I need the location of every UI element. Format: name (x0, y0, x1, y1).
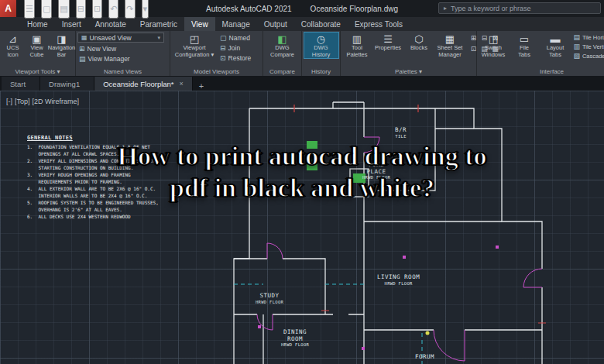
panel-model-viewports: ◰ Viewport Configuration ▾ ▢ Named ⊟ Joi… (170, 31, 263, 76)
autocad-window: A ☰▢▤⊟⊡↶↷▾ Autodesk AutoCAD 2021 Oceansi… (0, 0, 604, 364)
dwg-history-icon: ◷ (317, 33, 325, 45)
ribbon-button[interactable]: ◨ Navigation Bar (50, 33, 74, 58)
ribbon-tab[interactable]: Insert (55, 17, 88, 31)
view-cube-icon: ▣ (32, 33, 41, 45)
file-tab[interactable]: Drawing1 (40, 77, 94, 91)
file-tab-bar: Start Drawing1 Oceanside Floorplan* × + (0, 76, 604, 91)
window-title: Autodesk AutoCAD 2021 Oceanside Floorpla… (206, 0, 398, 17)
ribbon-tab[interactable]: Output (257, 17, 294, 31)
room-label: FORUM (415, 354, 434, 361)
ribbon-button[interactable]: ☰ Properties (373, 33, 403, 52)
save-icon[interactable]: ⊟ (76, 0, 86, 19)
ribbon-button[interactable]: ▤ View Manager (77, 53, 132, 64)
ribbon-button[interactable]: ▧ Cascade (571, 51, 604, 60)
view-dropdown[interactable]: ▦ Unsaved View ▾ (77, 33, 164, 43)
ribbon-button[interactable]: ⊞ New View (77, 43, 132, 53)
panel-label-named-views[interactable]: Named Views (77, 67, 168, 76)
ribbon-button[interactable]: ▣ View Cube (26, 33, 48, 58)
titlebar: A ☰▢▤⊟⊡↶↷▾ Autodesk AutoCAD 2021 Oceansi… (0, 0, 604, 17)
layout-tabs-icon: ▬ (551, 33, 561, 45)
panel-label-history[interactable]: History (304, 67, 338, 76)
panel-label-interface[interactable]: Interface (479, 67, 604, 76)
viewport-control[interactable]: [-] (6, 98, 12, 105)
named-viewports-icon: ▢ (220, 34, 227, 42)
join-viewports-icon: ⊟ (220, 44, 226, 52)
navigation-bar-icon: ◨ (57, 33, 66, 45)
ribbon-tab[interactable]: Express Tools (348, 17, 410, 31)
chevron-down-icon: ▾ (157, 35, 160, 41)
plot-icon[interactable]: ⊡ (92, 0, 102, 19)
qat-dropdown-icon[interactable]: ▾ (142, 0, 149, 19)
panel-palettes: ▥ Tool Palettes ☰ Properties ⬡ Blocks ▦ … (341, 31, 477, 76)
viewport-control[interactable]: [2D Wireframe] (33, 98, 80, 105)
app-menu-icon[interactable]: ☰ (24, 0, 35, 19)
drawing-canvas[interactable]: [-][Top][2D Wireframe] GENERAL NOTES 1. … (0, 91, 604, 364)
ribbon-button[interactable]: ⊿ UCS Icon (2, 33, 24, 58)
dwg-compare-icon: ◧ (277, 33, 287, 45)
ribbon-button[interactable]: ▭ File Tabs (510, 33, 539, 58)
sheet-set-manager-icon: ▦ (445, 33, 455, 45)
new-file-icon[interactable]: ▢ (41, 0, 52, 19)
properties-icon: ☰ (383, 33, 393, 45)
viewport-control[interactable]: [Top] (15, 98, 30, 105)
viewport-configuration-button[interactable]: ◰ Viewport Configuration ▾ (172, 33, 217, 58)
panel-label-compare[interactable]: Compare (265, 67, 300, 76)
ribbon-button[interactable]: ⊟ Join (218, 43, 252, 53)
redo-icon[interactable]: ↷ (125, 0, 135, 19)
ribbon-tab[interactable]: Manage (215, 17, 257, 31)
panel-history: ◷ DWG History History (302, 31, 341, 76)
ribbon-button[interactable]: ▤ Tile Horizontally (571, 33, 604, 42)
ribbon-tab[interactable]: Parametric (133, 17, 184, 31)
ribbon-tab-bar: HomeInsertAnnotateParametricViewManageOu… (0, 17, 604, 31)
room-label: STUDY HRWD FLOOR (256, 293, 283, 305)
panel-label-viewport-tools[interactable]: Viewport Tools ▾ (2, 67, 74, 76)
panel-named-views: ▦ Unsaved View ▾ ⊞ New View ▤ View Manag… (76, 31, 170, 76)
ribbon-tab[interactable]: Annotate (88, 17, 133, 31)
panel-viewport-tools: ⊿ UCS Icon ▣ View Cube ◨ Navigation Bar … (0, 31, 76, 76)
ribbon-button[interactable]: ▥ Tile Vertically (571, 42, 604, 51)
file-tab[interactable]: Oceanside Floorplan* × (94, 77, 193, 91)
switch-windows-icon: ◫ (489, 33, 498, 45)
ribbon-button[interactable]: ◫ Switch Windows (479, 33, 508, 58)
ribbon-tab[interactable]: Home (20, 17, 55, 31)
search-placeholder: Type a keyword or phrase (451, 5, 531, 12)
room-label: DINING ROOM HRWD FLOOR (281, 329, 309, 348)
dwg-compare-button[interactable]: ◧ DWG Compare (266, 33, 300, 58)
tile-vertically-icon: ▥ (573, 43, 580, 50)
close-icon[interactable]: × (180, 80, 184, 88)
viewport-configuration-icon: ◰ (190, 33, 199, 45)
panel-interface: ◫ Switch Windows ▭ File Tabs ▬ Layout Ta… (477, 31, 604, 76)
view-filter-icon: ▦ (81, 34, 88, 41)
search-expand-icon[interactable]: ▸ (444, 5, 447, 12)
view-dropdown-value: Unsaved View (90, 34, 132, 42)
tool-palettes-icon: ▥ (352, 33, 362, 45)
ribbon-button[interactable]: ▥ Tool Palettes (342, 33, 372, 58)
file-tab[interactable]: Start (2, 77, 40, 91)
ribbon-button[interactable]: ▦ Sheet Set Manager (435, 33, 465, 58)
quick-access-toolbar: ☰▢▤⊟⊡↶↷▾ (24, 0, 149, 19)
tile-horizontally-icon: ▤ (573, 33, 580, 41)
ribbon-tab[interactable]: View (184, 17, 215, 31)
ribbon-button[interactable]: ▬ Layout Tabs (541, 33, 570, 58)
ribbon-button[interactable]: ⊡ Restore (218, 53, 252, 63)
new-drawing-tab-button[interactable]: + (193, 81, 210, 91)
app-title: Autodesk AutoCAD 2021 (206, 5, 292, 13)
document-title: Oceanside Floorplan.dwg (311, 5, 398, 13)
overlay-question: How to print autocad drawing to pdf in b… (0, 140, 604, 204)
ribbon-button[interactable]: ▢ Named (218, 33, 252, 43)
room-labels: B/R TILE FIRE PLACE HRWD FLOOR LIVING RO… (0, 91, 604, 364)
panel-label-palettes[interactable]: Palettes ▾ (342, 67, 475, 76)
search-input[interactable]: ▸ Type a keyword or phrase (438, 2, 601, 14)
ribbon-button[interactable]: ⬡ Blocks (404, 33, 434, 52)
ribbon: ⊿ UCS Icon ▣ View Cube ◨ Navigation Bar … (0, 31, 604, 76)
ribbon-tab[interactable]: Collaborate (294, 17, 348, 31)
view-manager-icon: ▤ (79, 55, 86, 63)
ucs-icon: ⊿ (9, 33, 17, 45)
restore-viewports-icon: ⊡ (220, 54, 226, 62)
blocks-icon: ⬡ (414, 33, 423, 45)
dwg-history-button[interactable]: ◷ DWG History (304, 33, 338, 58)
panel-label-model-viewports[interactable]: Model Viewports (172, 67, 261, 76)
undo-icon[interactable]: ↶ (108, 0, 118, 19)
open-file-icon[interactable]: ▤ (58, 0, 69, 19)
autocad-logo[interactable]: A (0, 0, 16, 17)
